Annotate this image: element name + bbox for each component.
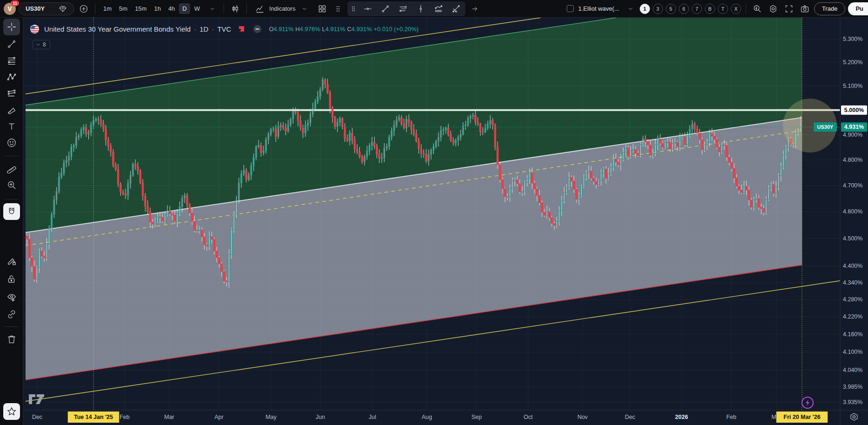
left-drawing-toolbar: [0, 18, 23, 425]
symbol-title[interactable]: United States 30 Year Government Bonds Y…: [44, 25, 191, 33]
multi-line-tool-icon[interactable]: [432, 2, 445, 15]
close-label: C: [347, 26, 351, 33]
time-tick: Feb: [726, 414, 736, 420]
open-value: 4.911%: [274, 26, 294, 33]
gear-icon[interactable]: [767, 2, 780, 15]
remove-drawings[interactable]: [3, 331, 20, 348]
time-tick: Apr: [214, 414, 223, 420]
timeframe-15m[interactable]: 15m: [132, 3, 150, 14]
price-tick: 5.300%: [843, 36, 862, 42]
time-tick: Dec: [625, 414, 635, 420]
emoji-tool[interactable]: [3, 134, 20, 151]
gem-icon: [56, 2, 69, 15]
trend-line-tool[interactable]: [3, 36, 20, 53]
high-label: H: [295, 26, 299, 33]
add-symbol-button[interactable]: [77, 2, 90, 15]
price-tick: 4.700%: [843, 182, 862, 189]
parallel-lines-tool-icon[interactable]: [397, 2, 410, 15]
wave-button-X[interactable]: X: [731, 4, 741, 14]
date-marker-badge: Tue 14 Jan '25: [68, 412, 119, 423]
minus-circle-icon[interactable]: [251, 22, 264, 35]
svg-text:4.931%: 4.931%: [844, 124, 864, 130]
time-tick: May: [265, 414, 277, 420]
collapsed-indicators-button[interactable]: 8: [33, 40, 50, 49]
wave-button-1[interactable]: 1: [640, 4, 650, 14]
lock-all-drawings[interactable]: [3, 271, 20, 288]
wave-button-T[interactable]: T: [718, 4, 728, 14]
prediction-tool[interactable]: [3, 85, 20, 102]
fullscreen-icon[interactable]: [782, 2, 795, 15]
brush-tool[interactable]: [3, 102, 20, 119]
timeframe-1m[interactable]: 1m: [100, 3, 115, 14]
price-tick: 4.600%: [843, 208, 862, 215]
timeframe-menu-chevron[interactable]: [206, 2, 219, 15]
price-axis[interactable]: [840, 18, 868, 425]
wave-button-3[interactable]: 3: [653, 4, 663, 14]
measure-tool[interactable]: [3, 160, 20, 177]
fib-retracement-tool[interactable]: [3, 53, 20, 69]
chart-legend[interactable]: United States 30 Year Government Bonds Y…: [28, 22, 418, 35]
wave-button-7[interactable]: 7: [692, 4, 702, 14]
sync-drawings[interactable]: [3, 306, 20, 323]
publish-button[interactable]: Pu: [848, 2, 868, 15]
user-avatar[interactable]: V 11: [4, 3, 16, 15]
symbol-price-chip: US30Y: [814, 122, 837, 132]
trade-label: Trade: [822, 5, 837, 12]
favorites-toolbar[interactable]: [3, 403, 20, 420]
cross-trend-tool-icon[interactable]: [450, 2, 463, 15]
symbol-search[interactable]: US30Y: [19, 2, 74, 15]
wave-panel-label[interactable]: 1.Elliot wave(...: [578, 5, 619, 12]
chevron-down-icon: [35, 42, 41, 47]
timeframe-W[interactable]: W: [191, 3, 203, 14]
timeframe-1h[interactable]: 1h: [151, 3, 164, 14]
chart-type-button[interactable]: [229, 2, 242, 15]
drag-handle-icon[interactable]: [331, 2, 345, 15]
wave-panel-chevron[interactable]: [624, 2, 637, 15]
search-lightning-icon[interactable]: [751, 2, 764, 15]
zoom-in-tool[interactable]: [3, 177, 20, 193]
ohlc-readout: O4.911% H4.976% L4.911% C4.931% +0.010 (…: [269, 26, 418, 33]
notification-badge: 11: [11, 0, 19, 6]
legend-exchange[interactable]: TVC: [217, 25, 231, 33]
camera-icon[interactable]: [798, 2, 811, 15]
drawing-mode-lock[interactable]: [3, 253, 20, 270]
chart-canvas[interactable]: US30Y5.300%5.200%5.100%4.900%4.800%4.700…: [23, 18, 868, 425]
price-tick: 4.400%: [843, 263, 862, 269]
vertical-line-tool-icon[interactable]: [414, 2, 427, 15]
timeframe-D[interactable]: D: [179, 3, 190, 14]
low-label: L: [322, 26, 325, 33]
magnet-mode[interactable]: [3, 203, 20, 220]
divider: [224, 4, 224, 14]
trend-line-tool-icon[interactable]: [379, 2, 392, 15]
wave-button-6[interactable]: 6: [679, 4, 689, 14]
toolbar-divider: [5, 326, 19, 327]
avatar-initial: V: [7, 5, 12, 13]
text-tool[interactable]: [3, 118, 20, 135]
hide-drawings[interactable]: [3, 289, 20, 306]
time-tick: Jul: [369, 414, 376, 420]
pattern-tool[interactable]: [3, 69, 20, 86]
legend-interval[interactable]: 1D: [199, 25, 208, 33]
low-value: 4.911%: [325, 26, 345, 33]
timeframe-5m[interactable]: 5m: [116, 3, 131, 14]
trade-button[interactable]: Trade: [814, 2, 845, 15]
wave-checkbox[interactable]: [567, 5, 574, 12]
wave-button-5[interactable]: 5: [666, 4, 676, 14]
layout-grid-button[interactable]: [316, 2, 329, 15]
strip-drag-handle[interactable]: [350, 2, 357, 15]
indicators-button[interactable]: Indicators: [252, 2, 313, 15]
toolbar-divider: [5, 156, 19, 156]
drawing-tools-strip: [347, 1, 465, 16]
purple-lightning-marker[interactable]: [802, 397, 813, 408]
crosshair-tool[interactable]: [3, 19, 20, 35]
high-value: 4.976%: [300, 26, 320, 33]
strip-expand-arrow[interactable]: [468, 2, 481, 15]
wave-button-B[interactable]: B: [705, 4, 715, 14]
horizontal-line-tool-icon[interactable]: [361, 2, 374, 15]
price-tick: 4.100%: [843, 349, 862, 355]
time-tick: 2026: [675, 414, 688, 420]
top-toolbar: V 11 US30Y 1m5m15m1h4hDW Indicators 1.El…: [0, 0, 868, 18]
change-value: +0.010 (+0.20%): [374, 26, 419, 33]
timeframe-4h[interactable]: 4h: [165, 3, 178, 14]
red-flag-icon[interactable]: [234, 22, 247, 35]
